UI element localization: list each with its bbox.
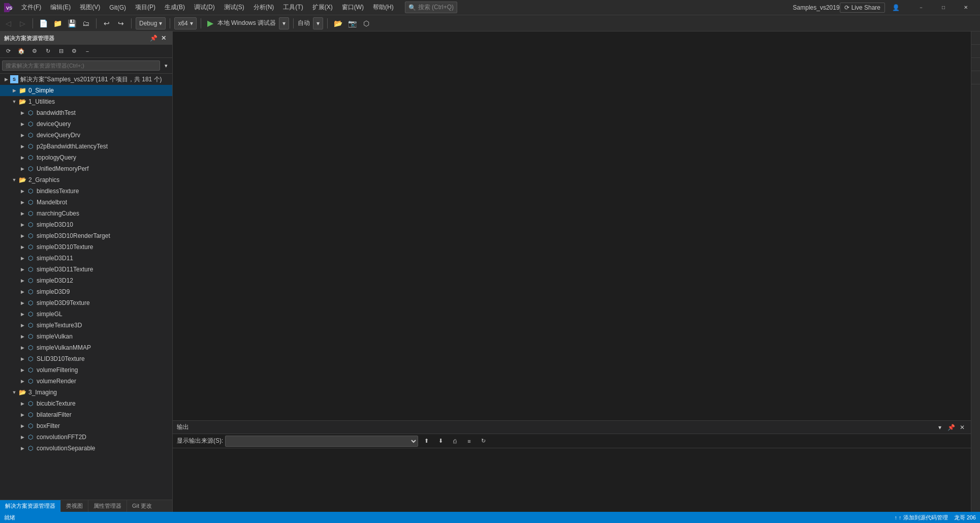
right-tb-btn-1[interactable] <box>971 32 980 45</box>
tab-solution-explorer[interactable]: 解决方案资源管理器 <box>0 500 61 512</box>
new-file-button[interactable]: 📄 <box>37 17 49 29</box>
filter-button[interactable]: ⚙ <box>28 45 41 57</box>
item-simpled3d9[interactable]: ▶ ⬡ simpleD3D9 <box>0 286 172 297</box>
item-bilateral[interactable]: ▶ ⬡ bilateralFilter <box>0 409 172 420</box>
item-simpletex3d[interactable]: ▶ ⬡ simpleTexture3D <box>0 320 172 331</box>
item-volumerender[interactable]: ▶ ⬡ volumeRender <box>0 376 172 387</box>
item-convsep[interactable]: ▶ ⬡ convolutionSeparable <box>0 443 172 454</box>
output-source-dropdown[interactable] <box>225 436 418 447</box>
item-devicequerydrv[interactable]: ▶ ⬡ deviceQueryDrv <box>0 130 172 141</box>
item-bandwidthtest[interactable]: ▶ ⬡ bandwidthTest <box>0 107 172 118</box>
item-devicequery[interactable]: ▶ ⬡ deviceQuery <box>0 118 172 130</box>
menu-project[interactable]: 项目(P) <box>131 2 160 13</box>
forward-button[interactable]: ▷ <box>16 17 28 29</box>
output-btn-4[interactable]: ≡ <box>463 435 475 447</box>
debug-target-dropdown[interactable]: ▾ <box>279 17 289 29</box>
home-button[interactable]: 🏠 <box>15 45 27 57</box>
menu-help[interactable]: 帮助(H) <box>369 2 398 13</box>
item-bindlesstexture[interactable]: ▶ ⬡ bindlessTexture <box>0 186 172 197</box>
camera-button[interactable]: 📷 <box>346 17 358 29</box>
tab-class-view[interactable]: 类视图 <box>61 500 88 512</box>
maximize-button[interactable]: □ <box>933 3 954 13</box>
menu-edit[interactable]: 编辑(E) <box>46 2 75 13</box>
menu-debug[interactable]: 调试(D) <box>190 2 219 13</box>
output-pin-btn[interactable]: 📌 <box>946 423 956 432</box>
folder-open-button[interactable]: 📂 <box>332 17 344 29</box>
menu-window[interactable]: 窗口(W) <box>338 2 368 13</box>
item-convfft2d[interactable]: ▶ ⬡ convolutionFFT2D <box>0 432 172 443</box>
save-button[interactable]: 💾 <box>66 17 78 29</box>
right-tb-btn-4[interactable] <box>971 71 980 84</box>
item-simplegl[interactable]: ▶ ⬡ simpleGL <box>0 309 172 320</box>
item-marchingcubes[interactable]: ▶ ⬡ marchingCubes <box>0 208 172 219</box>
output-btn-3[interactable]: ⎙ <box>449 435 461 447</box>
sync-button[interactable]: ⟳ <box>2 45 14 57</box>
auto-dropdown[interactable]: ▾ <box>313 17 323 29</box>
search-input[interactable] <box>2 60 160 71</box>
folder-1-utilities[interactable]: ▼ 📂 1_Utilities <box>0 96 172 107</box>
item-topologyquery[interactable]: ▶ ⬡ topologyQuery <box>0 152 172 163</box>
menu-git[interactable]: Git(G) <box>105 3 130 12</box>
right-tb-btn-2[interactable] <box>971 45 980 58</box>
folder-0-simple[interactable]: ▶ 📁 0_Simple <box>0 85 172 96</box>
close-button[interactable]: ✕ <box>956 3 976 13</box>
build-config-dropdown[interactable]: Debug ▾ <box>136 17 166 29</box>
item-simpled3d11tex[interactable]: ▶ ⬡ simpleD3D11Texture <box>0 264 172 275</box>
item-simpled3d10[interactable]: ▶ ⬡ simpleD3D10 <box>0 219 172 230</box>
properties-button[interactable]: ⚙ <box>68 45 80 57</box>
user-icon[interactable]: 👤 <box>889 3 903 12</box>
menu-view[interactable]: 视图(V) <box>76 2 104 13</box>
folder-3-imaging[interactable]: ▼ 📂 3_Imaging <box>0 387 172 398</box>
save-all-button[interactable]: 🗂 <box>80 17 92 29</box>
tab-git-changes[interactable]: Git 更改 <box>127 500 157 512</box>
chevron-down-icon: ▾ <box>159 20 162 27</box>
item-volumefiltering[interactable]: ▶ ⬡ volumeFiltering <box>0 364 172 376</box>
item-simplevulkan[interactable]: ▶ ⬡ simpleVulkan <box>0 331 172 342</box>
item-mandelbrot[interactable]: ▶ ⬡ Mandelbrot <box>0 197 172 208</box>
output-btn-5[interactable]: ↻ <box>477 435 489 447</box>
output-btn-2[interactable]: ⬇ <box>434 435 447 447</box>
output-close-btn[interactable]: ✕ <box>958 423 967 432</box>
item-slid3d10tex[interactable]: ▶ ⬡ SLID3D10Texture <box>0 353 172 364</box>
open-button[interactable]: 📁 <box>51 17 64 29</box>
collapse-button[interactable]: ⊟ <box>55 45 67 57</box>
menu-test[interactable]: 测试(S) <box>220 2 248 13</box>
refresh-button[interactable]: ↻ <box>42 45 54 57</box>
search-bar[interactable]: 🔍 搜索 (Ctrl+Q) <box>405 2 457 13</box>
panel-close-button[interactable]: ✕ <box>159 34 168 43</box>
solution-root-item[interactable]: ▶ S 解决方案"Samples_vs2019"(181 个项目，共 181 个… <box>0 74 172 85</box>
folder-2-graphics[interactable]: ▼ 📂 2_Graphics <box>0 174 172 186</box>
platform-dropdown[interactable]: x64 ▾ <box>174 17 196 29</box>
output-btn-1[interactable]: ⬆ <box>420 435 432 447</box>
output-dropdown-btn[interactable]: ▾ <box>935 423 944 432</box>
pin-button[interactable]: 📌 <box>149 34 158 43</box>
item-simpled3d11[interactable]: ▶ ⬡ simpleD3D11 <box>0 253 172 264</box>
menu-tools[interactable]: 工具(T) <box>279 2 307 13</box>
redo-button[interactable]: ↪ <box>115 17 127 29</box>
app-logo: VS <box>4 3 13 12</box>
minus-button[interactable]: − <box>81 45 93 57</box>
menu-file[interactable]: 文件(F) <box>17 2 45 13</box>
menu-build[interactable]: 生成(B) <box>161 2 189 13</box>
menu-analyze[interactable]: 分析(N) <box>249 2 278 13</box>
item-simpled3d9tex[interactable]: ▶ ⬡ simpleD3D9Texture <box>0 297 172 309</box>
minimize-button[interactable]: － <box>911 3 931 13</box>
back-button[interactable]: ◁ <box>2 17 14 29</box>
item-simpled3d12[interactable]: ▶ ⬡ simpleD3D12 <box>0 275 172 286</box>
item-p2p[interactable]: ▶ ⬡ p2pBandwidthLatencyTest <box>0 141 172 152</box>
item-simpled3d10tex[interactable]: ▶ ⬡ simpleD3D10Texture <box>0 241 172 253</box>
run-button[interactable]: ▶ <box>205 18 215 28</box>
undo-button[interactable]: ↩ <box>101 17 113 29</box>
menu-extensions[interactable]: 扩展(X) <box>308 2 337 13</box>
search-options-button[interactable]: ▾ <box>162 59 170 72</box>
item-unifiedmemory[interactable]: ▶ ⬡ UnifiedMemoryPerf <box>0 163 172 174</box>
extra-button[interactable]: ⬡ <box>360 17 372 29</box>
item-boxfilter[interactable]: ▶ ⬡ boxFilter <box>0 420 172 432</box>
right-tb-btn-3[interactable] <box>971 58 980 71</box>
item-bicubic[interactable]: ▶ ⬡ bicubicTexture <box>0 398 172 409</box>
add-source-control-btn[interactable]: ↑ ↑ 添加到源代码管理 <box>894 514 947 521</box>
item-simplevulkanmmap[interactable]: ▶ ⬡ simpleVulkanMMAP <box>0 342 172 353</box>
tab-property-manager[interactable]: 属性管理器 <box>88 500 127 512</box>
live-share-button[interactable]: ⟳ Live Share <box>840 3 885 13</box>
item-simpled3d10rt[interactable]: ▶ ⬡ simpleD3D10RenderTarget <box>0 230 172 241</box>
